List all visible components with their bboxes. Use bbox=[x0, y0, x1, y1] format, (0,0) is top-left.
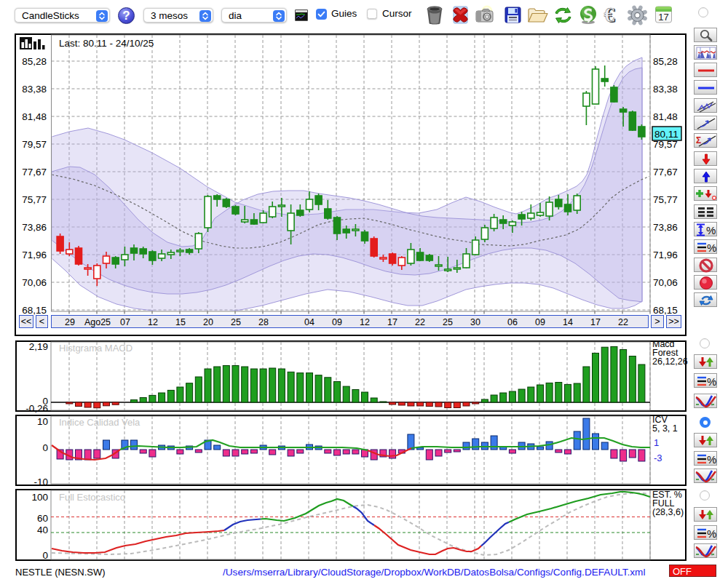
svg-text:81,48: 81,48 bbox=[653, 111, 678, 122]
svg-text:-0,26: -0,26 bbox=[25, 403, 48, 414]
svg-text:68,15: 68,15 bbox=[22, 305, 47, 316]
svg-text:-10: -10 bbox=[33, 477, 48, 487]
svg-text:73,86: 73,86 bbox=[653, 222, 678, 233]
svg-text:€: € bbox=[604, 5, 615, 25]
svg-text:100: 100 bbox=[31, 492, 48, 503]
svg-text:10: 10 bbox=[37, 416, 48, 427]
svg-text:17: 17 bbox=[658, 12, 668, 23]
svg-text:Indice Calidad Vela: Indice Calidad Vela bbox=[59, 417, 141, 428]
svg-text:%: % bbox=[707, 527, 716, 540]
svg-text:68,15: 68,15 bbox=[653, 305, 678, 316]
svg-text:81,48: 81,48 bbox=[22, 111, 47, 122]
svg-text:1: 1 bbox=[654, 437, 659, 448]
svg-text:83,38: 83,38 bbox=[22, 84, 47, 95]
svg-text:%: % bbox=[707, 453, 716, 466]
svg-text:-3: -3 bbox=[654, 453, 662, 463]
svg-text:Σ: Σ bbox=[696, 135, 701, 146]
svg-text:85,28: 85,28 bbox=[653, 56, 678, 67]
svg-text:Histgrama MACD: Histgrama MACD bbox=[59, 343, 132, 354]
svg-text:5, 3, 1: 5, 3, 1 bbox=[652, 423, 678, 434]
svg-text:0: 0 bbox=[42, 550, 48, 561]
svg-text:80,11: 80,11 bbox=[654, 129, 678, 140]
svg-text:71,96: 71,96 bbox=[653, 250, 678, 260]
svg-text:77,67: 77,67 bbox=[653, 167, 678, 178]
svg-text:60: 60 bbox=[37, 513, 48, 524]
svg-text:26,12,26: 26,12,26 bbox=[652, 356, 688, 367]
svg-text:77,67: 77,67 bbox=[22, 167, 47, 178]
svg-text:70,06: 70,06 bbox=[653, 277, 678, 288]
svg-text:79,57: 79,57 bbox=[22, 139, 47, 150]
svg-text:73,86: 73,86 bbox=[22, 222, 47, 233]
svg-text:%: % bbox=[707, 242, 716, 254]
svg-text:75,77: 75,77 bbox=[22, 194, 47, 205]
svg-text:75,77: 75,77 bbox=[653, 194, 678, 205]
svg-text:(28,3,6): (28,3,6) bbox=[652, 507, 684, 517]
svg-text:2,19: 2,19 bbox=[29, 341, 48, 352]
svg-text:Last: 80.11 - 24/10/25: Last: 80.11 - 24/10/25 bbox=[59, 38, 154, 49]
svg-text:0: 0 bbox=[42, 442, 48, 453]
svg-text:83,38: 83,38 bbox=[653, 84, 678, 95]
svg-text:70,06: 70,06 bbox=[22, 277, 47, 288]
svg-text:%: % bbox=[707, 375, 716, 388]
svg-text:85,28: 85,28 bbox=[22, 56, 47, 67]
svg-text:71,96: 71,96 bbox=[22, 250, 47, 260]
svg-text:40: 40 bbox=[37, 525, 48, 535]
svg-text:Full Estocastico: Full Estocastico bbox=[59, 492, 125, 503]
svg-text:%: % bbox=[706, 224, 716, 236]
